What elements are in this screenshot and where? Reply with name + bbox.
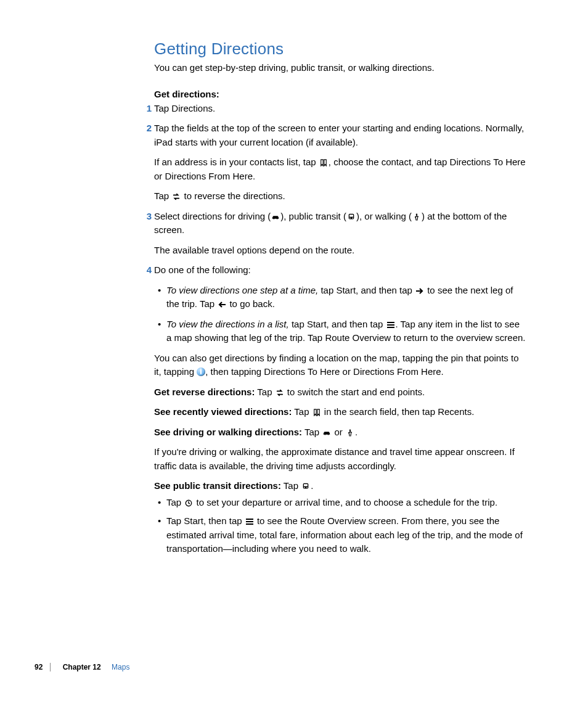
car-icon (322, 429, 331, 437)
document-page: Getting Directions You can get step-by-s… (0, 0, 588, 706)
text-run: Tap (166, 497, 184, 507)
svg-point-11 (304, 487, 305, 488)
step-4: Do one of the following: To view directi… (154, 263, 526, 345)
text-run: ), public transit ( (280, 211, 346, 221)
swap-icon (276, 389, 284, 396)
label: See driving or walking directions: (154, 427, 302, 437)
step-text: Tap Directions. (154, 102, 526, 116)
step-2: Tap the fields at the top of the screen … (154, 121, 526, 203)
text-run: to set your departure or arrival time, a… (194, 497, 497, 507)
arrow-right-icon (415, 287, 424, 295)
chapter-title: Maps (112, 663, 129, 671)
svg-point-4 (416, 213, 418, 215)
clock-icon (184, 499, 193, 507)
text-lead: To view the directions in a list, (166, 319, 289, 329)
section-heading: Getting Directions (154, 39, 526, 59)
sub-item: To view the directions in a list, tap St… (166, 318, 526, 345)
transit-item: Tap Start, then tap to see the Route Ove… (166, 514, 526, 556)
step-1: Tap Directions. (154, 102, 526, 116)
paragraph: If you're driving or walking, the approx… (154, 445, 526, 473)
svg-point-3 (352, 217, 353, 218)
paragraph-transit: See public transit directions: Tap . (154, 479, 526, 493)
step-text: If an address is in your contacts list, … (154, 155, 526, 183)
footer-separator (50, 663, 51, 671)
step-text: Do one of the following: (154, 263, 526, 277)
label: See recently viewed directions: (154, 406, 292, 417)
label: See public transit directions: (154, 480, 281, 491)
text-run: Tap Start, then tap (166, 515, 245, 526)
step-text: Select directions for driving (), public… (154, 210, 526, 237)
svg-point-8 (349, 429, 351, 431)
text-run: Tap (292, 406, 311, 417)
text-run: Tap (281, 480, 301, 491)
walk-icon (346, 429, 354, 437)
info-icon (197, 367, 205, 376)
text-run: to reverse the directions. (181, 191, 285, 201)
bookmarks-icon (312, 409, 321, 416)
label: Get reverse directions: (154, 387, 255, 397)
intro-paragraph: You can get step-by-step driving, public… (154, 61, 526, 75)
step-3: Select directions for driving (), public… (154, 210, 526, 258)
text-run: ), or walking ( (356, 211, 412, 221)
paragraph-reverse: Get reverse directions: Tap to switch th… (154, 385, 526, 400)
steps-list: Tap Directions. Tap the fields at the to… (154, 102, 526, 345)
svg-rect-10 (304, 484, 308, 486)
car-icon (271, 213, 280, 221)
svg-rect-5 (387, 322, 394, 323)
svg-point-2 (349, 217, 351, 218)
sub-list: To view directions one step at a time, t… (154, 284, 526, 345)
text-run: to go back. (227, 298, 275, 309)
step-text: Tap to reverse the directions. (154, 189, 526, 203)
text-run: Select directions for driving ( (154, 211, 271, 221)
bus-icon (301, 483, 310, 490)
text-run: to switch the start and end points. (285, 387, 425, 397)
list-icon (386, 321, 395, 329)
svg-rect-15 (246, 521, 253, 522)
svg-rect-14 (246, 519, 253, 520)
text-run: Tap (255, 387, 274, 397)
text-run: Tap (154, 191, 171, 201)
step-text: The available travel options depend on t… (154, 244, 526, 258)
chapter-label: Chapter 12 (63, 663, 101, 671)
text-run: . (355, 427, 357, 437)
arrow-left-icon (218, 301, 226, 308)
bookmarks-icon (319, 159, 328, 166)
text-run: tap Start, and then tap (318, 285, 415, 295)
step-text: Tap the fields at the top of the screen … (154, 121, 526, 149)
sub-item: To view directions one step at a time, t… (166, 284, 526, 311)
text-run: Tap (302, 427, 322, 437)
get-directions-subhead: Get directions: (154, 89, 526, 99)
text-run: . (311, 480, 313, 491)
svg-point-12 (306, 487, 308, 488)
walk-icon (412, 213, 421, 221)
text-run: If an address is in your contacts list, … (154, 157, 319, 167)
list-icon (245, 518, 254, 525)
svg-rect-16 (246, 523, 253, 525)
paragraph: You can also get directions by finding a… (154, 351, 526, 379)
text-lead: To view directions one step at a time, (166, 285, 318, 295)
swap-icon (172, 193, 181, 200)
bus-icon (347, 213, 356, 221)
text-run: in the search field, then tap Recents. (322, 406, 475, 417)
transit-item: Tap to set your departure or arrival tim… (166, 496, 526, 510)
page-footer: 92 Chapter 12 Maps (35, 663, 552, 671)
svg-rect-7 (387, 327, 394, 328)
text-run: , then tapping Directions To Here or Dir… (205, 366, 444, 377)
text-run: or (332, 427, 345, 437)
transit-list: Tap to set your departure or arrival tim… (154, 496, 526, 556)
text-run: tap Start, and then tap (289, 319, 386, 329)
svg-rect-6 (387, 324, 394, 326)
paragraph-recents: See recently viewed directions: Tap in t… (154, 405, 526, 419)
paragraph-drive-walk: See driving or walking directions: Tap o… (154, 425, 526, 440)
svg-rect-1 (349, 215, 353, 216)
page-number: 92 (35, 663, 48, 671)
